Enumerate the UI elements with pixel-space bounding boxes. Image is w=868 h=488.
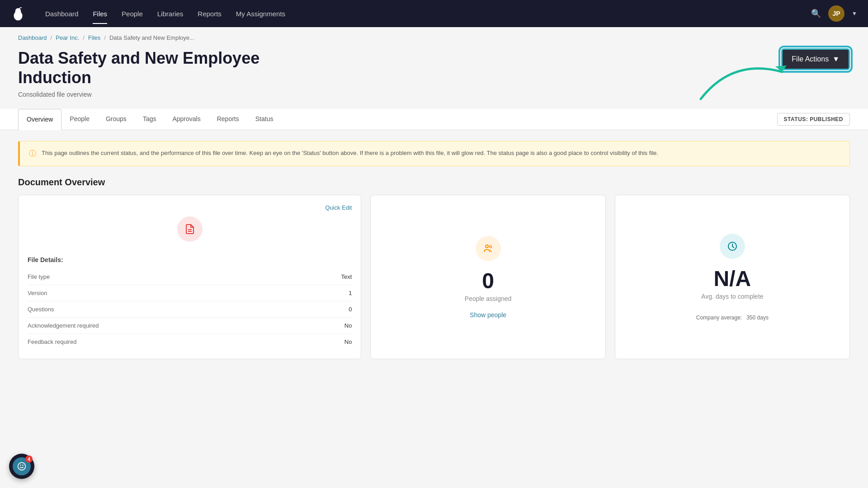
tab-people[interactable]: People [61, 109, 98, 130]
tabs-bar: Overview People Groups Tags Approvals Re… [0, 109, 868, 130]
avg-days-value: N/A [714, 266, 751, 291]
file-details-heading: File Details: [28, 256, 352, 263]
quick-edit-link[interactable]: Quick Edit [28, 204, 352, 211]
file-detail-ack-key: Acknowledgement required [28, 322, 99, 329]
company-avg-text: Company average: 350 days [696, 314, 769, 321]
file-detail-filetype-key: File type [28, 273, 50, 280]
cards-row: Quick Edit File Details: File type Text [0, 195, 868, 359]
company-avg-label: Company average: [696, 314, 742, 321]
file-detail-version-key: Version [28, 290, 47, 296]
status-badge: STATUS: PUBLISHED [777, 113, 850, 126]
tab-reports[interactable]: Reports [209, 109, 247, 130]
file-icon-circle [177, 216, 203, 242]
file-detail-filetype-val: Text [341, 273, 352, 280]
tab-overview[interactable]: Overview [18, 109, 61, 130]
svg-point-5 [486, 245, 488, 248]
main-content: Dashboard / Pear Inc. / Files / Data Saf… [0, 27, 868, 488]
page-title: Data Safety and New Employee Induction [18, 48, 335, 87]
breadcrumb-current: Data Safety and New Employe... [109, 34, 194, 41]
file-detail-ack-val: No [344, 322, 352, 329]
breadcrumb-pear-inc[interactable]: Pear Inc. [56, 34, 79, 41]
nav-files[interactable]: Files [87, 6, 113, 21]
file-detail-version-val: 1 [349, 290, 352, 296]
search-icon[interactable]: 🔍 [811, 9, 821, 19]
file-actions-button[interactable]: File Actions ▼ [781, 48, 850, 70]
nav-right: 🔍 JP ▼ [811, 5, 857, 22]
file-detail-questions-val: 0 [349, 306, 352, 313]
breadcrumb-sep-2: / [83, 34, 85, 41]
page-header-left: Data Safety and New Employee Induction C… [18, 48, 781, 98]
tab-status[interactable]: Status [247, 109, 282, 130]
people-assigned-label: People assigned [465, 295, 512, 302]
file-detail-ack: Acknowledgement required No [28, 318, 352, 334]
breadcrumb-sep-3: / [104, 34, 106, 41]
nav-reports[interactable]: Reports [192, 6, 227, 21]
user-menu-chevron-icon[interactable]: ▼ [852, 10, 857, 17]
tab-groups[interactable]: Groups [98, 109, 135, 130]
avg-days-label: Avg. days to complete [701, 293, 763, 300]
breadcrumb: Dashboard / Pear Inc. / Files / Data Saf… [0, 27, 868, 45]
people-assigned-card: 0 People assigned Show people [370, 195, 605, 359]
svg-point-1 [15, 8, 21, 14]
notification-count-badge: 4 [25, 455, 33, 463]
nav-dashboard[interactable]: Dashboard [40, 6, 84, 21]
top-navigation: Dashboard Files People Libraries Reports… [0, 0, 868, 27]
avg-days-card: N/A Avg. days to complete Company averag… [615, 195, 850, 359]
tab-approvals[interactable]: Approvals [164, 109, 208, 130]
nav-libraries[interactable]: Libraries [152, 6, 189, 21]
info-text: This page outlines the current status, a… [42, 149, 658, 158]
file-detail-filetype: File type Text [28, 269, 352, 285]
nav-my-assignments[interactable]: My Assignments [231, 6, 291, 21]
notification-inner: 4 [13, 457, 31, 475]
info-icon: ⓘ [29, 149, 36, 159]
page-subtitle: Consolidated file overview [18, 91, 781, 98]
file-detail-feedback-key: Feedback required [28, 338, 76, 345]
people-assigned-number: 0 [482, 268, 494, 293]
file-actions-chevron-icon: ▼ [832, 55, 840, 63]
breadcrumb-files[interactable]: Files [88, 34, 100, 41]
breadcrumb-sep-1: / [51, 34, 52, 41]
file-detail-feedback: Feedback required No [28, 334, 352, 350]
svg-point-6 [489, 245, 491, 248]
user-avatar[interactable]: JP [828, 5, 844, 22]
file-detail-questions-key: Questions [28, 306, 54, 313]
avg-icon-circle [720, 234, 745, 259]
company-avg-value: 350 days [746, 314, 769, 321]
app-logo[interactable] [11, 6, 25, 21]
people-icon-circle [476, 236, 501, 261]
file-detail-feedback-val: No [344, 338, 352, 345]
tabs-list: Overview People Groups Tags Approvals Re… [18, 109, 281, 130]
breadcrumb-dashboard[interactable]: Dashboard [18, 34, 47, 41]
file-detail-questions: Questions 0 [28, 301, 352, 318]
file-actions-label: File Actions [792, 55, 829, 63]
page-header: Data Safety and New Employee Induction C… [0, 45, 868, 109]
svg-point-8 [18, 463, 26, 470]
nav-links: Dashboard Files People Libraries Reports… [40, 6, 811, 21]
nav-people[interactable]: People [116, 6, 148, 21]
show-people-link[interactable]: Show people [470, 311, 506, 319]
file-detail-version: Version 1 [28, 285, 352, 301]
notification-bubble[interactable]: 4 [9, 454, 34, 479]
file-details-card: Quick Edit File Details: File type Text [18, 195, 361, 359]
tab-tags[interactable]: Tags [135, 109, 165, 130]
info-banner: ⓘ This page outlines the current status,… [18, 141, 850, 166]
document-overview-title: Document Overview [0, 166, 868, 195]
